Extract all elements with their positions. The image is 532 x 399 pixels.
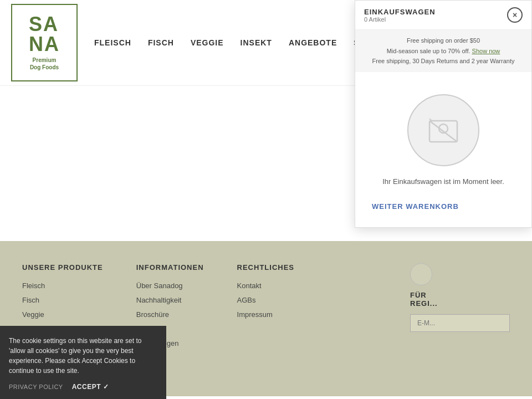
footer-link-uber[interactable]: Über Sanadog <box>136 282 183 290</box>
logo-text: SA NA <box>29 14 60 54</box>
newsletter-icon <box>410 263 432 285</box>
cookie-banner: The cookie settings on this website are … <box>0 326 166 400</box>
cart-empty-icon <box>355 72 531 177</box>
cart-count: 0 Artikel <box>364 16 436 23</box>
cart-empty-text: Ihr Einkaufswagen ist im Moment leer. <box>355 177 531 197</box>
cookie-footer: PRIVACY POLICY ACCEPT ✓ <box>9 382 157 392</box>
logo-subtitle: PremiumDog Foods <box>30 57 59 71</box>
cart-header: EINKAUFSWAGEN 0 Artikel × <box>355 1 531 30</box>
cart-title-block: EINKAUFSWAGEN 0 Artikel <box>364 8 436 23</box>
footer-link-veggie[interactable]: Veggie <box>22 310 44 319</box>
no-image-placeholder <box>407 94 479 166</box>
footer-col-legal: RECHTLICHES Kontakt AGBs Impressum <box>237 263 294 380</box>
cart-close-button[interactable]: × <box>507 7 523 23</box>
cookie-privacy-link[interactable]: PRIVACY POLICY <box>9 382 63 392</box>
nav-veggie[interactable]: VEGGIE <box>191 38 224 47</box>
cart-title: EINKAUFSWAGEN <box>364 8 436 16</box>
footer-legal-heading: RECHTLICHES <box>237 263 294 272</box>
logo[interactable]: SA NA PremiumDog Foods <box>11 4 78 81</box>
newsletter-email-input[interactable] <box>410 314 510 332</box>
footer-link-nachhaltigkeit[interactable]: Nachhaltigkeit <box>136 296 182 304</box>
footer-link-fleisch[interactable]: Fleisch <box>22 282 45 290</box>
cart-promo-line2: Mid-season sale up to 70% off. Show now <box>364 46 523 57</box>
cart-promo-line1: Free shipping on order $50 <box>364 35 523 46</box>
cart-panel: EINKAUFSWAGEN 0 Artikel × Free shipping … <box>355 0 532 228</box>
nav-insekt[interactable]: INSEKT <box>241 38 272 47</box>
footer-link-broschure[interactable]: Broschüre <box>136 310 169 319</box>
footer-link-impressum[interactable]: Impressum <box>237 310 273 319</box>
footer-legal-list: Kontakt AGBs Impressum <box>237 280 294 319</box>
newsletter-title: FÜR REGI... <box>410 291 510 308</box>
promo-line2-pre: Mid-season sale up to 70% off. <box>387 48 470 54</box>
footer-newsletter: FÜR REGI... <box>410 263 510 332</box>
cart-promo-line3: Free shipping, 30 Days Returns and 2 yea… <box>364 56 523 66</box>
cart-promo: Free shipping on order $50 Mid-season sa… <box>355 30 531 72</box>
cookie-accept-button[interactable]: ACCEPT ✓ <box>72 383 109 391</box>
nav-angebote[interactable]: ANGEBOTE <box>289 38 337 47</box>
nav-fleisch[interactable]: FLEISCH <box>94 38 131 47</box>
cookie-text: The cookie settings on this website are … <box>9 336 157 376</box>
footer-link-fisch[interactable]: Fisch <box>22 296 39 304</box>
header: SA NA PremiumDog Foods FLEISCH FISCH VEG… <box>0 0 532 86</box>
footer-info-heading: INFORMATIONEN <box>136 263 204 272</box>
footer-link-agbs[interactable]: AGBs <box>237 296 256 304</box>
nav-fisch[interactable]: FISCH <box>148 38 174 47</box>
footer-products-heading: UNSERE PRODUKTE <box>22 263 103 272</box>
footer-link-kontakt[interactable]: Kontakt <box>237 282 262 290</box>
promo-show-now-link[interactable]: Show now <box>472 48 500 54</box>
cart-continue-button[interactable]: WEITER WARENKORB <box>366 197 464 216</box>
